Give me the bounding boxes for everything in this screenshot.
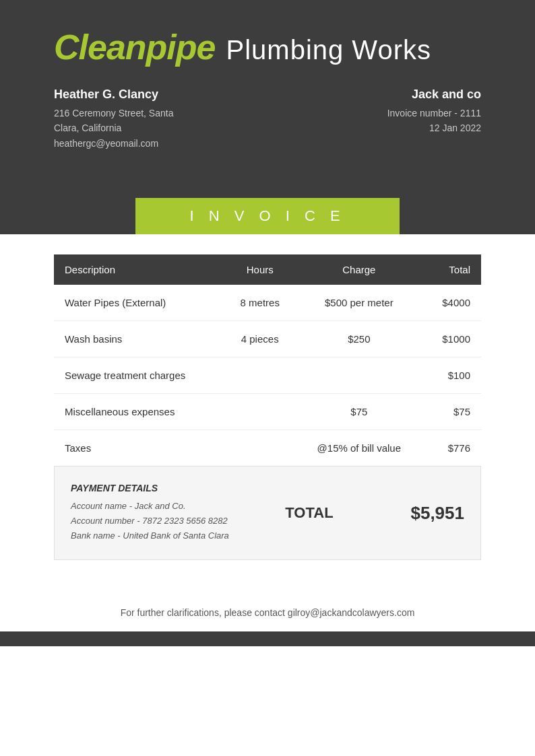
payment-total-label: TOTAL xyxy=(249,504,369,522)
sender-address-line2: Clara, California xyxy=(54,121,173,135)
logo-row: Cleanpipe Plumbing Works xyxy=(54,27,481,67)
table-row: Sewage treatment charges$100 xyxy=(54,357,481,394)
sender-info: Heather G. Clancy 216 Ceremony Street, S… xyxy=(54,88,173,151)
footer-contact-text: For further clarifications, please conta… xyxy=(121,607,415,618)
cell-description: Water Pipes (External) xyxy=(54,285,224,321)
payment-details-left: PAYMENT DETAILS Account name - Jack and … xyxy=(71,483,249,543)
cell-hours xyxy=(224,394,296,430)
sender-address-line1: 216 Ceremony Street, Santa xyxy=(54,106,173,121)
cell-hours: 4 pieces xyxy=(224,321,296,357)
cell-total: $4000 xyxy=(422,285,481,321)
brand-tagline: Plumbing Works xyxy=(226,35,431,65)
payment-title: PAYMENT DETAILS xyxy=(71,483,249,493)
cell-description: Miscellaneous expenses xyxy=(54,394,224,430)
col-hours: Hours xyxy=(224,254,296,285)
table-row: Water Pipes (External)8 metres$500 per m… xyxy=(54,285,481,321)
payment-total-value: $5,951 xyxy=(369,503,464,524)
invoice-date: 12 Jan 2022 xyxy=(387,121,481,135)
cell-hours xyxy=(224,357,296,394)
payment-account-name: Account name - Jack and Co. xyxy=(71,499,249,514)
receiver-company: Jack and co xyxy=(387,88,481,102)
cell-description: Taxes xyxy=(54,430,224,467)
invoice-table: Description Hours Charge Total Water Pip… xyxy=(54,254,481,466)
col-description: Description xyxy=(54,254,224,285)
table-row: Taxes@15% of bill value$776 xyxy=(54,430,481,467)
cell-hours: 8 metres xyxy=(224,285,296,321)
header: Cleanpipe Plumbing Works Heather G. Clan… xyxy=(0,0,535,184)
payment-account-number: Account number - 7872 2323 5656 8282 xyxy=(71,514,249,528)
content-area: Description Hours Charge Total Water Pip… xyxy=(0,234,535,587)
col-charge: Charge xyxy=(296,254,422,285)
bottom-bar xyxy=(0,631,535,646)
brand-name: Cleanpipe xyxy=(54,27,216,67)
cell-hours xyxy=(224,430,296,467)
col-total: Total xyxy=(422,254,481,285)
cell-total: $1000 xyxy=(422,321,481,357)
cell-charge: $500 per meter xyxy=(296,285,422,321)
invoice-number: Invoice number - 2111 xyxy=(387,106,481,121)
footer-contact: For further clarifications, please conta… xyxy=(0,587,535,631)
banner-wrapper: I N V O I C E xyxy=(0,184,535,234)
cell-charge xyxy=(296,357,422,394)
address-row: Heather G. Clancy 216 Ceremony Street, S… xyxy=(54,88,481,151)
receiver-info: Jack and co Invoice number - 2111 12 Jan… xyxy=(387,88,481,136)
payment-bank-name: Bank name - United Bank of Santa Clara xyxy=(71,528,249,543)
cell-description: Sewage treatment charges xyxy=(54,357,224,394)
invoice-banner: I N V O I C E xyxy=(135,198,399,234)
table-row: Wash basins4 pieces$250$1000 xyxy=(54,321,481,357)
cell-total: $75 xyxy=(422,394,481,430)
cell-charge: $75 xyxy=(296,394,422,430)
cell-total: $776 xyxy=(422,430,481,467)
table-row: Miscellaneous expenses$75$75 xyxy=(54,394,481,430)
cell-charge: $250 xyxy=(296,321,422,357)
payment-box: PAYMENT DETAILS Account name - Jack and … xyxy=(54,466,481,560)
sender-name: Heather G. Clancy xyxy=(54,88,173,102)
table-header-row: Description Hours Charge Total xyxy=(54,254,481,285)
cell-charge: @15% of bill value xyxy=(296,430,422,467)
cell-description: Wash basins xyxy=(54,321,224,357)
cell-total: $100 xyxy=(422,357,481,394)
sender-email: heathergc@yeomail.com xyxy=(54,136,173,151)
